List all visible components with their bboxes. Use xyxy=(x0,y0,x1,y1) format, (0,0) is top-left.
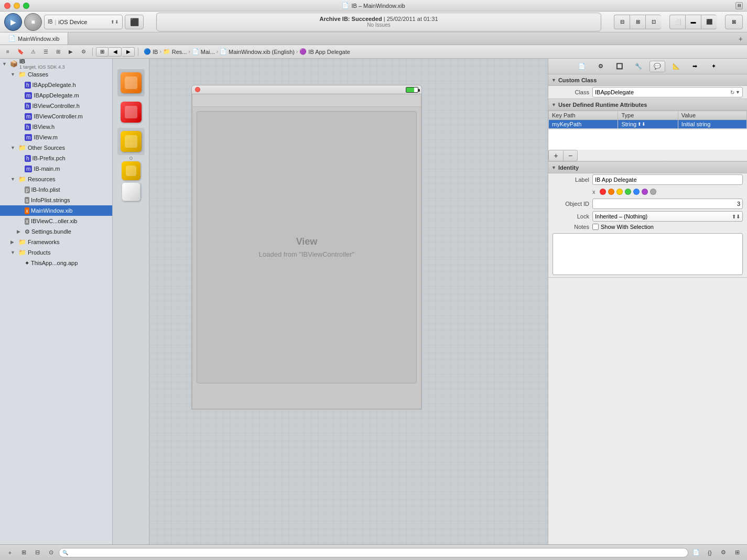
bottom-file-btn[interactable]: 📄 xyxy=(690,547,702,558)
organizer-btn[interactable]: ⊠ xyxy=(725,15,743,29)
project-root[interactable]: 📦 IB 1 target, iOS SDK 4.3 xyxy=(0,59,112,69)
inspector-tab-connections[interactable]: 🔧 xyxy=(631,61,646,72)
filter-btn-3[interactable]: ⊙ xyxy=(45,547,57,558)
inspector-tab-quick[interactable]: ⚙ xyxy=(593,61,609,72)
file-thisapp-app[interactable]: ✦ ThisApp...ong.app xyxy=(0,258,112,268)
file-ibviewcontroller-xib[interactable]: x IBViewC...oller.xib xyxy=(0,216,112,226)
add-file-btn[interactable]: + xyxy=(4,547,16,558)
breadcrumb-res[interactable]: 📁 Res... xyxy=(163,48,187,55)
resize-control[interactable]: ⊟ xyxy=(735,2,743,9)
bottom-code-btn[interactable]: {} xyxy=(704,547,716,558)
attr-remove-btn[interactable]: − xyxy=(563,150,578,161)
class-input[interactable]: IBAppDelegate ↻ ▼ xyxy=(592,87,743,97)
notes-textarea-area[interactable] xyxy=(553,233,743,275)
obj-cube-white[interactable] xyxy=(117,182,145,201)
version-editor-btn[interactable]: ⊡ xyxy=(645,15,661,29)
label-input[interactable]: IB App Delegate xyxy=(592,174,743,185)
color-red[interactable] xyxy=(600,189,606,195)
object-id-input[interactable]: 3 xyxy=(592,199,743,209)
color-purple[interactable] xyxy=(642,189,648,195)
col-type: Type xyxy=(618,111,678,120)
obj-cube-gold-2[interactable] xyxy=(117,161,145,180)
inspector-tab-effects[interactable]: ✦ xyxy=(706,61,722,72)
scheme-selector[interactable]: IB | iOS Device ⬆⬇ xyxy=(44,15,123,29)
filter-btn-1[interactable]: ⊞ xyxy=(18,547,29,558)
group-frameworks[interactable]: 📁 Frameworks xyxy=(0,237,112,247)
color-blue[interactable] xyxy=(633,189,640,195)
type-select[interactable]: String ⬆⬇ xyxy=(621,121,674,127)
lock-dropdown[interactable]: Inherited – (Nothing) ⬆⬇ xyxy=(592,211,743,222)
color-yellow[interactable] xyxy=(616,189,623,195)
file-ib-main-m[interactable]: m IB-main.m xyxy=(0,163,112,174)
bookmark-btn[interactable]: 🔖 xyxy=(15,47,26,57)
breadcrumb-main[interactable]: 📄 Mai... xyxy=(192,48,215,55)
filter-input[interactable]: 🔍 xyxy=(59,548,688,557)
inspector-tab-attributes[interactable]: 🔲 xyxy=(612,61,627,72)
obj-cube-orange[interactable] xyxy=(117,69,145,96)
attr-row-mykeypath[interactable]: myKeyPath String ⬆⬇ Initial string xyxy=(549,120,747,129)
file-mainwindow-xib[interactable]: x MainWindow.xib xyxy=(0,205,112,216)
tab-add-button[interactable]: + xyxy=(734,32,747,45)
group-other-sources[interactable]: 📁 Other Sources xyxy=(0,142,112,153)
navigator-panel-btn[interactable]: ⬜ xyxy=(669,15,685,29)
utility-panel-btn[interactable]: ⬛ xyxy=(701,15,717,29)
inspector-tab-file[interactable]: 📄 xyxy=(574,61,590,72)
file-ibviewcontroller-m[interactable]: m IBViewController.m xyxy=(0,111,112,122)
inspector-tab-size[interactable]: 📐 xyxy=(668,61,684,72)
file-ibviewcontroller-h[interactable]: h IBViewController.h xyxy=(0,101,112,111)
group-classes[interactable]: 📁 Classes xyxy=(0,69,112,80)
win-close[interactable] xyxy=(195,87,200,92)
minimize-button[interactable] xyxy=(14,3,20,9)
run-button[interactable]: ▶ xyxy=(4,13,22,31)
inspector-tab-bindings[interactable]: ➡ xyxy=(687,61,703,72)
scheme-extra-btn[interactable]: ⬛ xyxy=(125,15,144,29)
assistant-editor-btn[interactable]: ⊞ xyxy=(630,15,645,29)
forward-view-btn[interactable]: ▶ xyxy=(122,47,135,57)
group-resources[interactable]: 📁 Resources xyxy=(0,174,112,184)
obj-cube-gold[interactable] xyxy=(117,128,145,155)
color-gray[interactable] xyxy=(650,189,656,195)
resize-button[interactable]: ⊟ xyxy=(735,2,743,9)
bottom-settings-btn[interactable]: ⚙ xyxy=(718,547,729,558)
debug-panel-btn[interactable]: ▬ xyxy=(685,15,701,29)
notes-checkbox[interactable] xyxy=(592,224,599,230)
file-settings-bundle[interactable]: ⚙ Settings.bundle xyxy=(0,226,112,237)
bottom-grid-btn[interactable]: ⊞ xyxy=(731,547,743,558)
color-green[interactable] xyxy=(625,189,631,195)
group-products[interactable]: 📁 Products xyxy=(0,247,112,258)
play-btn[interactable]: ▶ xyxy=(65,47,77,57)
file-ibview-m[interactable]: m IBView.m xyxy=(0,132,112,142)
standard-editor-btn[interactable]: ⊟ xyxy=(614,15,630,29)
stop-button[interactable]: ■ xyxy=(24,13,42,31)
hierarchy-btn[interactable]: ⊞ xyxy=(52,47,64,57)
canvas-area[interactable]: View Loaded from "IBViewController" xyxy=(149,59,548,544)
maximize-button[interactable] xyxy=(23,3,29,9)
classes-arrow xyxy=(10,72,17,77)
warning-btn[interactable]: ⚠ xyxy=(27,47,39,57)
close-button[interactable] xyxy=(4,3,10,9)
breadcrumb-ib[interactable]: 🔵 IB xyxy=(144,48,158,55)
tab-mainwindow-xib[interactable]: 📄 MainWindow.xib xyxy=(0,32,68,45)
breadcrumb-appdelegate-icon: 🟣 xyxy=(299,48,307,55)
breadcrumb-appdelegate[interactable]: 🟣 IB App Delegate xyxy=(299,48,350,55)
attr-add-btn[interactable]: + xyxy=(548,150,563,161)
plist-icon: p xyxy=(25,186,30,193)
grid-view-btn[interactable]: ⊞ xyxy=(96,47,109,57)
navigator-toggle-btn[interactable]: ≡ xyxy=(2,47,14,57)
obj-cube-red[interactable] xyxy=(117,98,145,126)
file-ibappdelegate-h[interactable]: h IBAppDelegate.h xyxy=(0,80,112,90)
color-orange[interactable] xyxy=(608,189,614,195)
file-ibview-h[interactable]: h IBView.h xyxy=(0,122,112,132)
filter-btn-2[interactable]: ⊟ xyxy=(31,547,43,558)
breadcrumb-mainwindow[interactable]: 📄 MainWindow.xib (English) xyxy=(220,48,295,55)
xib-icon: x xyxy=(25,207,29,214)
list-view-btn2[interactable]: ◀ xyxy=(109,47,122,57)
file-ib-info-plist[interactable]: p IB-Info.plist xyxy=(0,184,112,195)
file-ibappdelegate-m[interactable]: m IBAppDelegate.m xyxy=(0,90,112,101)
breadcrumb-main-label: Mai... xyxy=(201,49,215,55)
inspector-tab-identity[interactable]: 💬 xyxy=(649,61,665,72)
file-ib-prefix-pch[interactable]: h IB-Prefix.pch xyxy=(0,153,112,163)
list-view-btn[interactable]: ☰ xyxy=(40,47,51,57)
file-infoplist-strings[interactable]: s InfoPlist.strings xyxy=(0,195,112,205)
settings-btn[interactable]: ⚙ xyxy=(78,47,89,57)
